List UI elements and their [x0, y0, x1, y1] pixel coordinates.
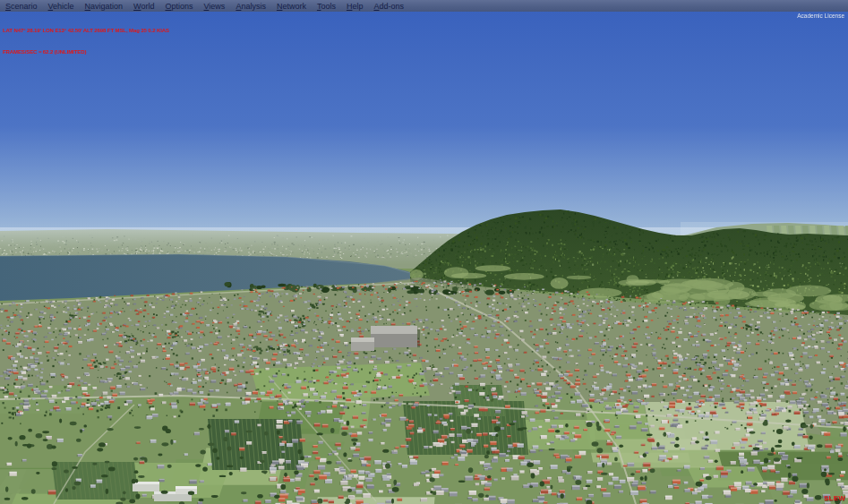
menu-item-vehicle[interactable]: Vehicle	[43, 1, 80, 12]
menu-item-world[interactable]: World	[128, 1, 159, 12]
menu-item-analysis[interactable]: Analysis	[230, 1, 271, 12]
menu-item-add-ons[interactable]: Add-ons	[368, 1, 409, 12]
menu-item-network[interactable]: Network	[271, 1, 312, 12]
license-watermark: Academic License	[797, 13, 844, 20]
position-info-overlay: LAT N47° 28.19' LON E13° 42.50' ALT 2698…	[3, 13, 169, 70]
scenery-canvas	[0, 12, 848, 504]
menu-item-navigation[interactable]: Navigation	[80, 1, 129, 12]
scenery-viewport[interactable]: LAT N47° 28.19' LON E13° 42.50' ALT 2698…	[0, 12, 848, 504]
simulator-window: ScenarioVehicleNavigationWorldOptionsVie…	[0, 0, 848, 504]
position-info-line: LAT N47° 28.19' LON E13° 42.50' ALT 2698…	[3, 27, 169, 34]
menu-item-help[interactable]: Help	[341, 1, 369, 12]
menu-item-views[interactable]: Views	[199, 1, 231, 12]
frame-rate-line: FRAMES/SEC = 62.2 (UNLIMITED)	[3, 48, 169, 56]
menu-bar: ScenarioVehicleNavigationWorldOptionsVie…	[0, 0, 848, 13]
slew-mode-indicator: SLEW	[824, 494, 845, 502]
menu-item-options[interactable]: Options	[159, 1, 198, 12]
menu-item-scenario[interactable]: Scenario	[0, 1, 43, 12]
menu-item-tools[interactable]: Tools	[312, 1, 341, 12]
